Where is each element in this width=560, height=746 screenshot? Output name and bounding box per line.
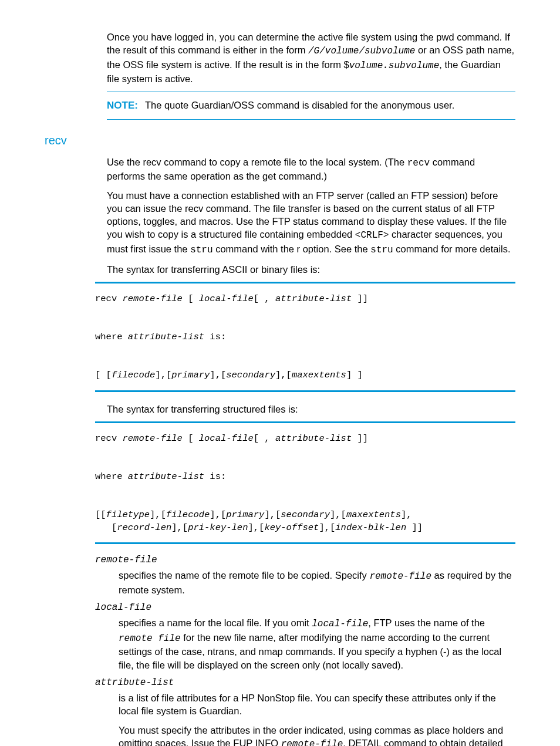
s2l1c: [ — [183, 433, 199, 444]
param-attr-list-desc1: is a list of file attributes for a HP No… — [119, 691, 515, 718]
prf-d1code: remote-file — [369, 571, 431, 582]
param-attr-list-name: attribute-list — [95, 677, 515, 688]
plf-d1a: specifies a name for the local file. If … — [119, 617, 312, 628]
s2l2a: where — [95, 471, 128, 482]
s1l2c: is: — [204, 332, 226, 342]
s2l4g: ],[ — [319, 522, 335, 533]
s1l1f: attribute-list — [275, 293, 352, 304]
recv-p2-code1: <CRLF> — [355, 230, 389, 241]
param-attr-list-desc2: You must specify the attributes in the o… — [119, 724, 515, 746]
s2l1d: local-file — [199, 433, 254, 444]
s2l2b: attribute-list — [128, 471, 204, 482]
s1l3f: secondary — [226, 370, 275, 380]
plf-d1c1: local-file — [312, 619, 368, 629]
s1l1c: [ — [183, 293, 199, 304]
s1l3h: maxextents — [292, 370, 346, 380]
s1l1e: [ , — [254, 293, 275, 304]
recv-p1-code: recv — [407, 158, 430, 168]
intro-paragraph: Once you have logged in, you can determi… — [107, 31, 515, 86]
intro-code-1: /G/volume/subvolume — [308, 46, 415, 56]
s1l3c: ],[ — [155, 370, 171, 380]
s1l2b: attribute-list — [128, 332, 204, 342]
pal-d2code: remote-file — [281, 739, 343, 746]
s2l4f: key-offset — [264, 522, 319, 533]
s2l4h: index-blk-len — [335, 522, 406, 533]
param-local-file-desc: specifies a name for the local file. If … — [119, 616, 515, 671]
note-label: NOTE: — [107, 100, 138, 111]
recv-p2-code3: stru — [370, 245, 393, 255]
s2l4d: pri-key-len — [188, 522, 248, 533]
note-text: The quote Guardian/OSS command is disabl… — [145, 100, 454, 110]
s1l3i: ] ] — [346, 370, 363, 380]
s2l3i: ],[ — [330, 509, 346, 520]
s2l4i: ]] — [406, 522, 423, 533]
s2l3d: filecode — [166, 509, 210, 520]
s2l3a: [[ — [95, 509, 106, 520]
plf-d1b: , FTP uses the name of the — [368, 617, 485, 628]
s2l4c: ],[ — [171, 522, 188, 533]
s1l3a: [ [ — [95, 370, 112, 380]
syntax-box-structured: recv remote-file [ local-file[ , attribu… — [95, 421, 515, 545]
prf-d1a: specifies the name of the remote file to… — [119, 570, 369, 580]
s2l3c: ],[ — [150, 509, 166, 520]
s2l1f: attribute-list — [275, 433, 352, 444]
intro-code-2: volume.subvolume — [349, 60, 440, 71]
s2l1a: recv — [95, 433, 123, 444]
s2l4a: [ — [95, 522, 117, 533]
param-remote-file-desc: specifies the name of the remote file to… — [119, 569, 515, 596]
s1l1d: local-file — [199, 293, 254, 304]
s1l3e: ],[ — [210, 370, 226, 380]
recv-p2: You must have a connection established w… — [107, 189, 515, 257]
s2l1b: remote-file — [123, 433, 183, 444]
param-remote-file-name: remote-file — [95, 555, 515, 565]
recv-p4: The syntax for transferring structured f… — [107, 403, 515, 416]
s1l2a: where — [95, 332, 128, 342]
s2l4e: ],[ — [248, 522, 264, 533]
recv-p3: The syntax for transferring ASCII or bin… — [107, 263, 515, 276]
s1l1b: remote-file — [123, 293, 183, 304]
s2l3h: secondary — [281, 509, 330, 520]
param-local-file-name: local-file — [95, 602, 515, 613]
note-box: NOTE:The quote Guardian/OSS command is d… — [107, 92, 515, 120]
s2l3f: primary — [226, 509, 264, 520]
recv-p2-code2: stru — [190, 245, 212, 255]
s2l3e: ],[ — [210, 509, 226, 520]
recv-p1: Use the recv command to copy a remote fi… — [107, 156, 515, 183]
s1l3b: filecode — [112, 370, 155, 380]
s2l3g: ],[ — [264, 509, 281, 520]
s1l3d: primary — [171, 370, 210, 380]
s1l3g: ],[ — [275, 370, 292, 380]
s2l4b: record-len — [117, 522, 171, 533]
syntax-box-ascii: recv remote-file [ local-file[ , attribu… — [95, 282, 515, 392]
s2l1g: ]] — [352, 433, 368, 444]
section-heading-recv: recv — [45, 134, 515, 147]
recv-p2-text-c: command with the r option. See the — [213, 244, 371, 254]
s1l1a: recv — [95, 293, 123, 304]
recv-p2-text-d: command for more details. — [393, 244, 511, 254]
s2l3b: filetype — [106, 509, 150, 520]
s2l3j: maxextents — [346, 509, 401, 520]
s1l1g: ]] — [352, 293, 368, 304]
plf-d1c2: remote file — [119, 633, 181, 644]
s2l3k: ], — [401, 509, 412, 520]
recv-p1-text-a: Use the recv command to copy a remote fi… — [107, 157, 407, 167]
s2l2c: is: — [204, 471, 226, 482]
s2l1e: [ , — [254, 433, 275, 444]
